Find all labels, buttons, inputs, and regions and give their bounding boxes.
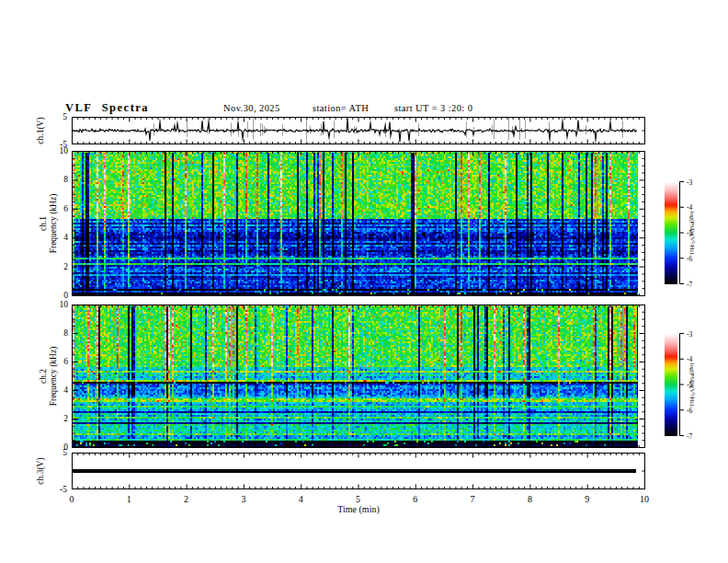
ch1-spec-channel-text: ch.1 — [39, 194, 49, 254]
colorbar-ch1-canvas — [665, 181, 685, 284]
ch1-wave-ylabel-text: ch.1(V) — [36, 117, 46, 144]
ch2-spec-channel-text: ch.2 — [39, 347, 49, 407]
ch1-wave-ylabel: ch.1(V) — [36, 117, 46, 144]
ch1_wave-ytick-top: 5 — [63, 112, 67, 121]
ch3-wave-ylabel: ch.3(V) — [36, 457, 46, 484]
ch2_spec-ytick-8: 8 — [63, 328, 68, 338]
ch3_wave-ytick-bottom: -5 — [60, 485, 67, 494]
ch3-waveform-canvas — [72, 453, 645, 489]
vlf-spectra-figure: VLF Spectra Nov.30, 2025 station= ATH st… — [0, 0, 728, 563]
colorbar2-tick--5: -5 — [687, 381, 692, 389]
ch2_spec-ytick-10: 10 — [60, 300, 69, 309]
colorbar1-tick--5: -5 — [687, 229, 692, 237]
colorbar1-tick--4: -4 — [687, 203, 692, 212]
ch1_spec-ytick-2: 2 — [63, 262, 68, 271]
colorbar2-tick--6: -6 — [687, 406, 692, 414]
x-tick-label-7: 7 — [471, 493, 475, 503]
x-tick-label-5: 5 — [356, 493, 360, 503]
ch1-spec-axis-text: Frequency (kHz) — [49, 194, 59, 254]
date-label: Nov.30, 2025 — [223, 103, 280, 113]
x-tick-label-10: 10 — [640, 493, 649, 503]
x-tick-label-4: 4 — [299, 493, 303, 503]
x-tick-label-3: 3 — [241, 493, 245, 503]
x-tick-label-2: 2 — [184, 493, 188, 503]
ch1_spec-ytick-0: 0 — [63, 291, 68, 300]
colorbar2-tick--3: -3 — [687, 329, 692, 338]
ch2-spectrogram-canvas — [72, 304, 645, 448]
ch2_spec-ytick-4: 4 — [63, 385, 68, 395]
colorbar1-tick--7: -7 — [687, 280, 692, 288]
ch3-wave-ylabel-text: ch.3(V) — [36, 457, 46, 484]
ch1_spec-ytick-4: 4 — [63, 233, 68, 242]
ch1_spec-ytick-8: 8 — [63, 175, 68, 184]
page-title: VLF Spectra — [65, 101, 149, 115]
ch1_spec-ytick-6: 6 — [63, 204, 68, 213]
ch2_spec-ytick-6: 6 — [63, 357, 68, 366]
ch1-waveform-canvas — [72, 117, 645, 144]
x-tick-label-9: 9 — [585, 493, 589, 503]
ch2_spec-ytick-2: 2 — [63, 414, 68, 423]
ch2-spec-axis-text: Frequency (kHz) — [49, 347, 59, 407]
colorbar1-tick--3: -3 — [687, 178, 692, 186]
ch1-spec-ylabel: ch.1 Frequency (kHz) — [39, 194, 59, 254]
colorbar2-tick--7: -7 — [687, 431, 692, 440]
station-label: station= ATH — [313, 103, 369, 113]
x-tick-label-8: 8 — [528, 493, 532, 503]
colorbar-ch2-canvas — [665, 333, 685, 436]
x-tick-label-0: 0 — [70, 493, 74, 503]
start-ut-label: start UT = 3 :20: 0 — [394, 103, 472, 113]
colorbar1-tick--6: -6 — [687, 254, 692, 262]
ch1-spectrogram-canvas — [72, 151, 645, 296]
ch1_wave-ytick-bottom: -5 — [60, 140, 67, 149]
colorbar2-tick--4: -4 — [687, 355, 692, 363]
x-tick-label-6: 6 — [413, 493, 417, 503]
ch2-spec-ylabel: ch.2 Frequency (kHz) — [39, 347, 59, 407]
time-axis-label: Time (min) — [337, 504, 379, 514]
ch3_wave-ytick-top: 5 — [63, 448, 67, 457]
x-tick-label-1: 1 — [127, 493, 131, 503]
